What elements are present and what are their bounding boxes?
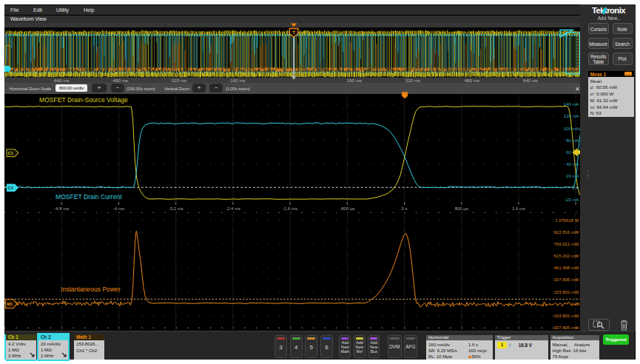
svg-text:1.076618 W: 1.076618 W (555, 218, 579, 222)
svg-text:0 s: 0 s (401, 206, 407, 211)
svg-text:922.816 mW: 922.816 mW (553, 229, 579, 234)
svg-text:153.803 mW: 153.803 mW (553, 289, 579, 294)
svg-text:MOSFET Drain-Source Voltage: MOSFET Drain-Source Voltage (39, 96, 128, 104)
svg-text:80 mA: 80 mA (566, 138, 579, 142)
svg-text:-20 mA: -20 mA (565, 198, 579, 202)
svg-text:769.013 mW: 769.013 mW (553, 241, 579, 246)
svg-text:-2.4 ms: -2.4 ms (226, 206, 240, 211)
svg-text:100 mA: 100 mA (564, 126, 579, 130)
svg-text:-800 µs: -800 µs (340, 206, 354, 211)
svg-text:T: T (292, 30, 295, 35)
svg-text:-153.803 mW: -153.803 mW (552, 313, 579, 317)
svg-text:C1: C1 (8, 151, 13, 155)
svg-text:800 µs: 800 µs (455, 206, 468, 211)
svg-text:120 mA: 120 mA (564, 114, 579, 118)
svg-text:M1: M1 (7, 301, 13, 306)
svg-text:C2: C2 (8, 186, 13, 190)
svg-text:0 W: 0 W (571, 301, 579, 306)
svg-text:-4 ms: -4 ms (113, 206, 124, 211)
svg-text:40 mA: 40 mA (566, 161, 579, 166)
svg-text:-307.605 mW: -307.605 mW (552, 326, 579, 330)
svg-text:615.210 mW: 615.210 mW (553, 254, 579, 258)
svg-text:MOSFET Drain Current: MOSFET Drain Current (55, 192, 122, 200)
svg-text:307.605 mW: 307.605 mW (553, 277, 579, 282)
svg-text:461.408 mW: 461.408 mW (553, 266, 579, 270)
svg-text:-1.6 ms: -1.6 ms (283, 206, 297, 211)
svg-text:1.6 ms: 1.6 ms (512, 206, 525, 211)
svg-text:-4.8 ms: -4.8 ms (54, 206, 69, 211)
svg-text:20 mA: 20 mA (566, 173, 579, 178)
svg-text:Instantaneous Power: Instantaneous Power (61, 286, 121, 293)
svg-text:-3.2 ms: -3.2 ms (169, 206, 183, 211)
svg-text:140 mA: 140 mA (564, 102, 579, 107)
svg-text:0 A: 0 A (573, 186, 579, 190)
